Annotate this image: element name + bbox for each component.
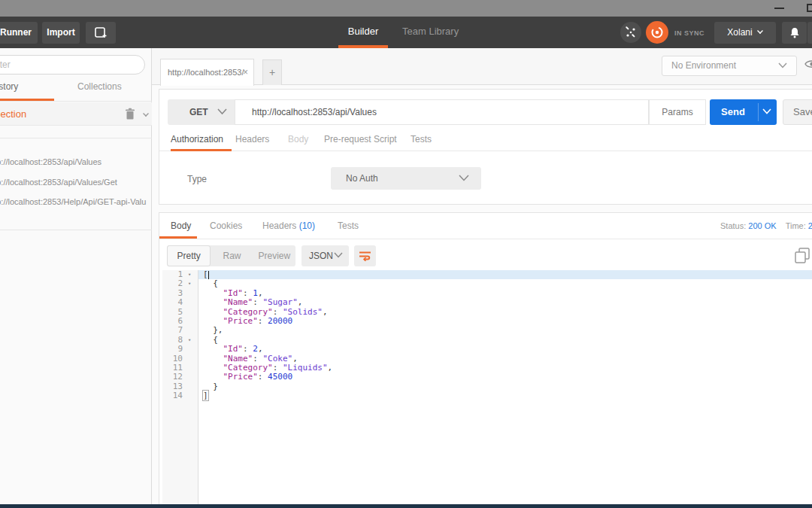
line-number-gutter: 12	[162, 373, 198, 382]
request-tab[interactable]: http://localhost:2853/ ×	[160, 59, 254, 86]
chevron-down-icon	[778, 62, 787, 68]
collection-link[interactable]: collection	[0, 108, 26, 120]
window-plus-icon	[95, 27, 108, 38]
status-value[interactable]: 200 OK	[748, 221, 776, 230]
minimize-icon[interactable]	[774, 8, 784, 9]
copy-icon[interactable]	[795, 248, 810, 264]
import-button[interactable]: Import	[42, 22, 80, 44]
auth-type-label: Type	[187, 168, 207, 190]
response-tab-body[interactable]: Body	[171, 213, 191, 239]
wrap-text-icon	[359, 251, 371, 261]
response-meta: Status: 200 OK Time: 21	[720, 213, 812, 239]
secondary-bell-button[interactable]	[807, 22, 812, 44]
view-mode-raw[interactable]: Raw	[211, 245, 253, 266]
status-label: Status:	[720, 221, 746, 230]
history-item[interactable]: http://localhost:2853/Help/Api/GET-api-V…	[0, 196, 148, 220]
collection-row[interactable]: collection	[0, 102, 152, 126]
headers-count-badge: (10)	[299, 221, 315, 231]
request-builder: GET Params Send Save Authorization Heade…	[159, 89, 812, 205]
chevron-down-icon[interactable]	[143, 111, 149, 117]
response-tab-cookies[interactable]: Cookies	[210, 213, 242, 239]
params-button[interactable]: Params	[649, 99, 706, 125]
response-pane: Body Cookies Headers (10) Tests Status: …	[159, 212, 812, 508]
new-window-button[interactable]	[86, 22, 116, 44]
tab-body[interactable]: Body	[288, 129, 308, 151]
line-number-gutter: 2▾	[162, 279, 198, 288]
user-menu-button[interactable]: Xolani	[714, 22, 776, 44]
fold-spacer	[183, 382, 196, 391]
window-titlebar	[0, 0, 812, 17]
chevron-down-icon[interactable]	[762, 108, 771, 114]
fold-spacer	[183, 298, 196, 307]
divider	[0, 101, 152, 102]
fold-spacer	[183, 391, 196, 400]
url-input[interactable]	[235, 99, 649, 125]
auth-type-select[interactable]: No Auth	[331, 167, 481, 190]
response-tab-headers[interactable]: Headers (10)	[262, 213, 315, 239]
runner-button[interactable]: Runner	[0, 22, 38, 44]
tab-history[interactable]: History	[0, 81, 18, 92]
history-item[interactable]: http://localhost:2853/api/Values	[0, 156, 148, 168]
team-library-tab[interactable]: Team Library	[402, 17, 459, 45]
fold-spacer	[183, 354, 196, 364]
line-number-gutter: 7	[162, 326, 198, 335]
window-bottom-bar	[0, 504, 812, 508]
code-line[interactable]: 13 }	[162, 382, 812, 391]
chevron-down-icon	[459, 175, 469, 181]
environment-value: No Environment	[671, 60, 736, 71]
text-cursor	[208, 271, 209, 279]
authorization-tab-underline	[171, 149, 232, 151]
send-label: Send	[710, 99, 756, 125]
environment-eye-icon[interactable]	[804, 59, 812, 69]
code-line[interactable]: 6 "Price": 20000	[162, 317, 812, 326]
tab-pre-request-script[interactable]: Pre-request Script	[324, 129, 397, 151]
language-select[interactable]: JSON	[301, 245, 349, 266]
close-icon[interactable]: ×	[243, 59, 248, 85]
sync-status-button[interactable]	[646, 21, 668, 44]
maximize-icon[interactable]	[807, 4, 812, 12]
save-button[interactable]: Save	[783, 99, 812, 125]
method-select[interactable]: GET	[168, 99, 235, 125]
builder-tab[interactable]: Builder	[338, 17, 388, 45]
line-number-gutter: 9	[162, 345, 198, 354]
line-number-gutter: 4	[162, 298, 198, 307]
response-editor[interactable]: 1▾[2▾ {3 "Id": 1,4 "Name": "Sugar",5 "Ca…	[162, 270, 812, 508]
notifications-button[interactable]	[782, 22, 807, 44]
fold-spacer	[183, 373, 196, 382]
divider	[758, 103, 759, 121]
code-line[interactable]: 14]	[162, 391, 812, 400]
divider	[0, 138, 152, 138]
trash-icon[interactable]	[125, 108, 135, 120]
postman-window: Runner Import Builder Team Library	[0, 0, 812, 508]
tab-headers[interactable]: Headers	[235, 129, 269, 151]
divider	[159, 151, 812, 151]
fold-spacer	[183, 326, 196, 335]
view-mode-pretty[interactable]: Pretty	[167, 245, 211, 266]
code-line[interactable]: 12 "Price": 45000	[162, 373, 812, 382]
new-tab-button[interactable]: +	[262, 59, 282, 85]
fold-spacer	[183, 289, 196, 298]
chevron-down-icon	[334, 252, 343, 258]
body-tab-underline	[159, 236, 197, 239]
time-value[interactable]: 21	[808, 221, 812, 230]
view-mode-preview[interactable]: Preview	[253, 245, 295, 266]
fold-arrow-icon[interactable]: ▾	[183, 270, 196, 279]
response-tab-tests[interactable]: Tests	[338, 213, 359, 239]
fold-arrow-icon[interactable]: ▾	[183, 279, 196, 288]
environment-select[interactable]: No Environment	[662, 56, 797, 76]
wrap-text-button[interactable]	[354, 245, 376, 266]
code-line[interactable]: 1▾[	[162, 270, 812, 279]
main-tab-strip: http://localhost:2853/ × + No Environmen…	[152, 48, 812, 85]
fold-arrow-icon[interactable]: ▾	[183, 336, 196, 345]
code-line[interactable]: 7 },	[162, 326, 812, 335]
tab-authorization[interactable]: Authorization	[171, 129, 223, 151]
fold-spacer	[183, 308, 196, 317]
history-item[interactable]: http://localhost:2853/api/Values/Get	[0, 176, 148, 188]
divider	[0, 230, 152, 230]
tab-collections[interactable]: Collections	[77, 81, 122, 92]
tab-tests[interactable]: Tests	[411, 129, 432, 151]
send-button[interactable]: Send	[710, 99, 777, 125]
capture-requests-button[interactable]	[620, 22, 641, 43]
fold-spacer	[183, 317, 196, 326]
filter-input[interactable]	[0, 55, 145, 75]
